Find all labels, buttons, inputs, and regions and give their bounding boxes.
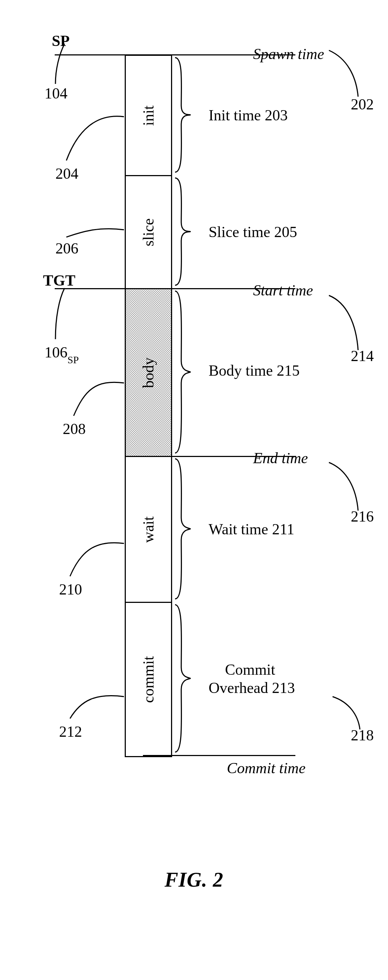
block-init: init [125,56,172,176]
label-tgt: TGT [43,272,75,289]
block-slice: slice [125,176,172,289]
ref-218: 218 [351,727,374,744]
ref-208: 208 [63,420,86,437]
ref-210: 210 [59,581,82,598]
block-label-slice: slice [140,218,157,246]
ref-212: 212 [59,723,82,740]
overlay-svg: Spawn time 202 Init time 203 Slice time … [30,55,388,784]
label-commit-ovh-2: Overhead 213 [208,679,295,696]
block-body: body [125,289,172,457]
label-wait-time: Wait time 211 [208,521,294,538]
ref-106: 106SP [45,344,79,366]
label-body-time: Body time 215 [208,362,300,379]
label-start-time: Start time [253,282,313,299]
block-label-commit: commit [140,656,157,703]
line-spawn [55,54,296,56]
ref-216: 216 [351,508,374,525]
label-commit-ovh-1: Commit [225,661,275,678]
line-commit [143,755,296,756]
block-wait: wait [125,457,172,603]
label-spawn-time: Spawn time [253,46,324,62]
ref-214: 214 [351,348,374,364]
line-start [55,288,296,289]
block-commit: commit [125,603,172,756]
label-sp: SP [52,32,70,49]
line-end [143,456,296,457]
ref-204: 204 [56,165,78,182]
block-label-init: init [140,105,157,126]
label-slice-time: Slice time 205 [208,224,297,240]
ref-202: 202 [351,96,374,113]
label-init-time: Init time 203 [208,107,288,124]
figure-caption: FIG. 2 [30,868,358,891]
label-tgt-main: TGT [43,272,75,289]
label-end-time: End time [253,450,308,466]
ref-206: 206 [56,240,78,257]
block-column: init slice body wait commit [125,55,172,757]
block-label-wait: wait [140,516,157,542]
ref-104: 104 [45,85,67,102]
block-label-body: body [140,358,157,388]
label-commit-time: Commit time [227,760,305,776]
